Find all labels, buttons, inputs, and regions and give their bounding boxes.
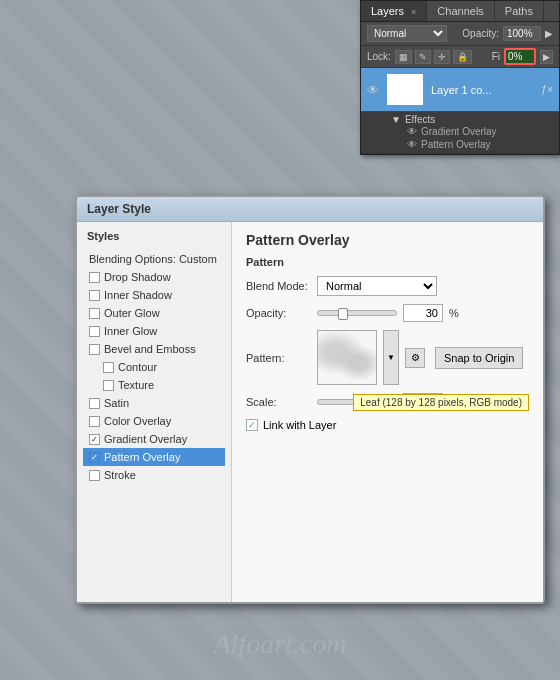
- style-stroke[interactable]: Stroke: [83, 466, 225, 484]
- drop-shadow-label: Drop Shadow: [104, 271, 171, 283]
- lock-brush-btn[interactable]: ✎: [415, 50, 431, 64]
- layer-name-label: Layer 1 co...: [431, 84, 536, 96]
- stroke-label: Stroke: [104, 469, 136, 481]
- pattern-overlay-label: Pattern Overlay: [104, 451, 180, 463]
- pattern-tooltip: Leaf (128 by 128 pixels, RGB mode): [353, 394, 529, 411]
- effect-gradient-label: Gradient Overlay: [421, 126, 497, 137]
- pattern-preview[interactable]: [317, 330, 377, 385]
- blend-mode-dropdown[interactable]: Normal: [317, 276, 437, 296]
- texture-label: Texture: [118, 379, 154, 391]
- link-layer-checkbox[interactable]: ✓: [246, 419, 258, 431]
- pattern-load-btn[interactable]: ⚙: [405, 348, 425, 368]
- lock-icons: ▦ ✎ ✛ 🔒: [395, 50, 472, 64]
- layer-visibility-eye[interactable]: 👁: [367, 83, 379, 97]
- pattern-label: Pattern:: [246, 352, 311, 364]
- opacity-slider-thumb: [338, 308, 348, 320]
- opacity-label: Opacity:: [462, 28, 499, 39]
- texture-checkbox[interactable]: [103, 380, 114, 391]
- bevel-emboss-label: Bevel and Emboss: [104, 343, 196, 355]
- styles-heading: Styles: [83, 228, 225, 244]
- contour-checkbox[interactable]: [103, 362, 114, 373]
- lock-move-btn[interactable]: ✛: [434, 50, 450, 64]
- tab-paths-label: Paths: [505, 5, 533, 17]
- opacity-unit: %: [449, 307, 459, 319]
- blending-options-label: Blending Options: Custom: [89, 253, 217, 265]
- style-gradient-overlay[interactable]: ✓ Gradient Overlay: [83, 430, 225, 448]
- effects-label: ▼ Effects: [391, 114, 553, 125]
- fill-input[interactable]: [504, 48, 536, 65]
- effects-triangle[interactable]: ▼: [391, 114, 401, 125]
- opacity-slider[interactable]: [317, 310, 397, 316]
- blend-mode-select[interactable]: Normal: [367, 25, 447, 42]
- layers-tabs: Layers × Channels Paths: [361, 1, 559, 22]
- pattern-dropdown-btn[interactable]: ▼: [383, 330, 399, 385]
- style-texture[interactable]: Texture: [83, 376, 225, 394]
- pattern-overlay-checkbox[interactable]: ✓: [89, 452, 100, 463]
- satin-checkbox[interactable]: [89, 398, 100, 409]
- link-layer-label: Link with Layer: [263, 419, 336, 431]
- bevel-emboss-checkbox[interactable]: [89, 344, 100, 355]
- layer-style-dialog: Layer Style Styles Blending Options: Cus…: [75, 195, 545, 604]
- watermark: Alfoart.com: [214, 628, 347, 660]
- outer-glow-checkbox[interactable]: [89, 308, 100, 319]
- inner-shadow-label: Inner Shadow: [104, 289, 172, 301]
- scale-and-tooltip-row: Scale: % Leaf (128 by 128 pixels, RGB mo…: [246, 393, 529, 411]
- effect-pattern-eye[interactable]: 👁: [407, 139, 417, 150]
- effects-section: ▼ Effects 👁 Gradient Overlay 👁 Pattern O…: [361, 112, 559, 154]
- fill-label: Fi: [492, 51, 500, 62]
- layer-item[interactable]: 👁 Layer 1 co... ƒ×: [361, 68, 559, 112]
- opacity-number-input[interactable]: [403, 304, 443, 322]
- style-drop-shadow[interactable]: Drop Shadow: [83, 268, 225, 286]
- opacity-arrow[interactable]: ▶: [545, 28, 553, 39]
- options-panel: Pattern Overlay Pattern Blend Mode: Norm…: [232, 222, 543, 602]
- tab-channels-label: Channels: [437, 5, 483, 17]
- tab-paths[interactable]: Paths: [495, 1, 544, 21]
- scale-label: Scale:: [246, 396, 311, 408]
- options-title: Pattern Overlay: [246, 232, 529, 248]
- style-blending-options[interactable]: Blending Options: Custom: [83, 250, 225, 268]
- opacity-input[interactable]: [503, 26, 541, 41]
- style-pattern-overlay[interactable]: ✓ Pattern Overlay: [83, 448, 225, 466]
- style-contour[interactable]: Contour: [83, 358, 225, 376]
- lock-row: Lock: ▦ ✎ ✛ 🔒 Fi ▶: [361, 46, 559, 68]
- style-inner-shadow[interactable]: Inner Shadow: [83, 286, 225, 304]
- tab-channels[interactable]: Channels: [427, 1, 494, 21]
- drop-shadow-checkbox[interactable]: [89, 272, 100, 283]
- inner-shadow-checkbox[interactable]: [89, 290, 100, 301]
- opacity-row: Opacity: %: [246, 304, 529, 322]
- stroke-checkbox[interactable]: [89, 470, 100, 481]
- link-with-layer-row: ✓ Link with Layer: [246, 419, 529, 431]
- pattern-row: Pattern: ▼ ⚙ Snap to Origin: [246, 330, 529, 385]
- snap-to-origin-btn[interactable]: Snap to Origin: [435, 347, 523, 369]
- style-inner-glow[interactable]: Inner Glow: [83, 322, 225, 340]
- lock-all-btn[interactable]: 🔒: [453, 50, 472, 64]
- styles-panel: Styles Blending Options: Custom Drop Sha…: [77, 222, 232, 602]
- pattern-preview-inner: [318, 331, 376, 384]
- inner-glow-label: Inner Glow: [104, 325, 157, 337]
- inner-glow-checkbox[interactable]: [89, 326, 100, 337]
- effect-gradient-overlay[interactable]: 👁 Gradient Overlay: [391, 125, 553, 138]
- lock-label: Lock:: [367, 51, 391, 62]
- tab-layers-close[interactable]: ×: [411, 7, 416, 17]
- tab-layers[interactable]: Layers ×: [361, 1, 427, 21]
- blend-opacity-row: Normal Opacity: ▶: [361, 22, 559, 46]
- section-title: Pattern: [246, 256, 529, 268]
- satin-label: Satin: [104, 397, 129, 409]
- effect-pattern-overlay[interactable]: 👁 Pattern Overlay: [391, 138, 553, 151]
- layer-thumbnail: [385, 72, 425, 107]
- style-outer-glow[interactable]: Outer Glow: [83, 304, 225, 322]
- effects-text: Effects: [405, 114, 435, 125]
- style-satin[interactable]: Satin: [83, 394, 225, 412]
- style-color-overlay[interactable]: Color Overlay: [83, 412, 225, 430]
- lock-transparent-btn[interactable]: ▦: [395, 50, 412, 64]
- color-overlay-checkbox[interactable]: [89, 416, 100, 427]
- layer-fx-icon: ƒ×: [542, 84, 553, 95]
- fill-arrow-btn[interactable]: ▶: [540, 50, 553, 64]
- style-bevel-emboss[interactable]: Bevel and Emboss: [83, 340, 225, 358]
- gradient-overlay-checkbox[interactable]: ✓: [89, 434, 100, 445]
- color-overlay-label: Color Overlay: [104, 415, 171, 427]
- opacity-row-label: Opacity:: [246, 307, 311, 319]
- dialog-body: Styles Blending Options: Custom Drop Sha…: [77, 222, 543, 602]
- effect-gradient-eye[interactable]: 👁: [407, 126, 417, 137]
- layers-panel: Layers × Channels Paths Normal Opacity: …: [360, 0, 560, 155]
